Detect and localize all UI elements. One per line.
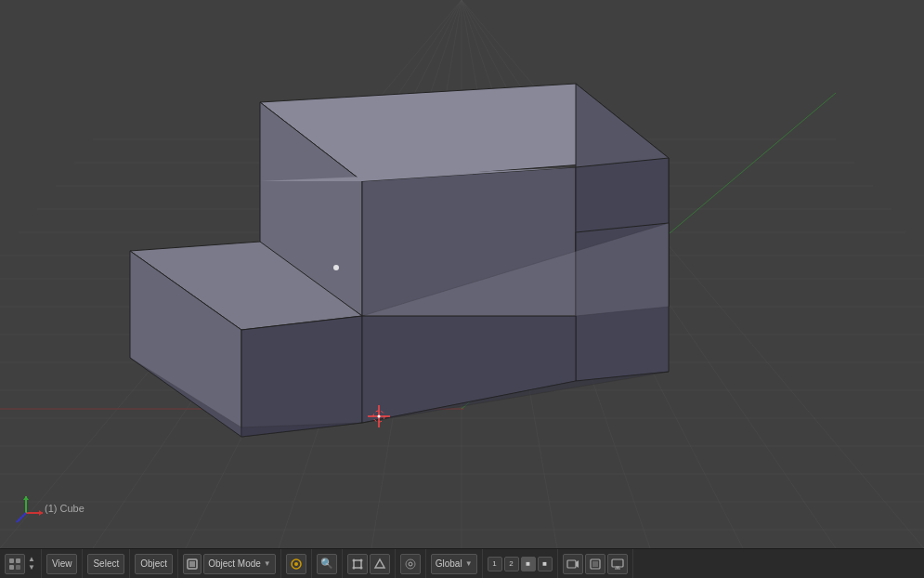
render-button[interactable] [286,554,306,574]
svg-rect-59 [189,561,195,567]
object-menu-section: Object [130,549,178,578]
svg-point-66 [359,566,362,569]
global-section: Global ▼ [426,549,483,578]
svg-rect-56 [9,565,14,570]
proportional-button[interactable] [400,554,421,574]
select-menu-section: Select [83,549,130,578]
svg-rect-74 [612,559,623,567]
search-section: 🔍 [312,549,343,578]
object-label: (1) Cube [45,503,85,514]
viewport-grid [0,0,924,548]
svg-point-44 [333,265,339,270]
select-menu-button[interactable]: Select [87,554,124,574]
mode-section: Object Mode ▼ [178,549,281,578]
svg-rect-62 [354,560,361,568]
nav-widget-section: ▲ ▼ [0,549,42,578]
svg-rect-70 [567,560,576,568]
svg-rect-73 [592,561,598,567]
nav-widget-button[interactable] [5,554,25,574]
svg-point-64 [359,558,362,561]
global-dropdown[interactable]: Global ▼ [431,554,477,574]
mode-dropdown[interactable]: Object Mode ▼ [203,554,276,574]
display-button[interactable] [607,554,628,574]
3d-viewport[interactable]: (1) Cube [0,0,924,548]
render-section [558,549,633,578]
snap-icon-1[interactable] [347,554,368,574]
layer-btn-4[interactable]: ■ [538,557,553,571]
proportional-section [396,549,426,578]
svg-point-69 [409,562,412,566]
status-bar: ▲ ▼ View Select Object Object Mode ▼ [0,548,924,578]
layer-section: 1 2 ■ ■ [483,549,558,578]
svg-rect-57 [16,565,20,570]
camera-button[interactable] [563,554,583,574]
object-menu-button[interactable]: Object [135,554,173,574]
svg-rect-55 [16,558,20,563]
svg-rect-54 [9,558,14,563]
render-still-button[interactable] [585,554,605,574]
layer-btn-1[interactable]: 1 [488,557,502,571]
tool-icons-section [281,549,312,578]
search-button[interactable]: 🔍 [317,554,337,574]
layer-btn-3[interactable]: ■ [521,557,536,571]
svg-point-61 [294,562,298,566]
svg-point-48 [378,415,381,418]
svg-marker-67 [375,559,384,568]
svg-point-65 [352,566,355,569]
svg-point-63 [352,558,355,561]
mode-icon [183,554,202,574]
svg-marker-38 [241,316,362,437]
snap-section [343,549,396,578]
layer-btn-2[interactable]: 2 [504,557,519,571]
view-menu-section: View [42,549,84,578]
snap-icon-2[interactable] [370,554,390,574]
svg-point-68 [406,559,415,569]
view-menu-button[interactable]: View [46,554,78,574]
